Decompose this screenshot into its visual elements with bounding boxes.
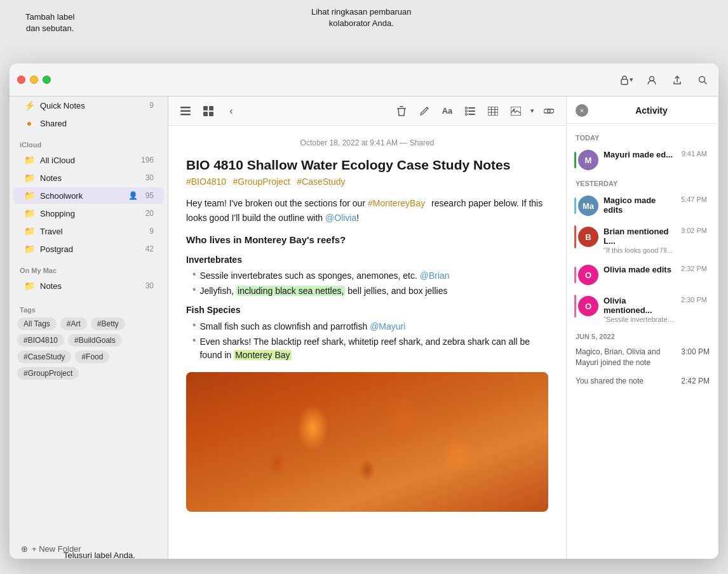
annotation-top-center: Lihat ringkasan pembaruan kolaborator An… (311, 6, 412, 29)
grid-view-button[interactable] (200, 103, 217, 119)
sidebar-item-schoolwork[interactable]: 📁 Schoolwork 👤 95 (13, 187, 164, 204)
activity-time: 2:32 PM (681, 265, 707, 272)
activity-bar (574, 225, 576, 248)
activity-item-olivia-edits[interactable]: O Olivia made edits 2:32 PM (570, 260, 715, 290)
app-window: ▾ (10, 63, 718, 559)
svg-point-12 (466, 107, 468, 109)
sidebar-item-shopping[interactable]: 📁 Shopping 20 (13, 205, 164, 222)
activity-item-magico[interactable]: Ma Magico made edits 5:47 PM (570, 190, 715, 221)
compose-button[interactable] (416, 103, 433, 119)
icloud-section-label: iCloud (10, 132, 168, 151)
joined-text: Magico, Brian, Olivia and Mayuri joined … (576, 347, 676, 368)
search-icon[interactable] (694, 72, 711, 88)
yesterday-label: YESTERDAY (567, 176, 718, 190)
sidebar-item-count: 42 (145, 244, 154, 253)
app-body: ⚡ Quick Notes 9 ● Shared iCloud 📁 All iC… (10, 97, 718, 559)
folder-icon: 📁 (24, 155, 35, 165)
activity-close-button[interactable]: × (576, 104, 588, 117)
bullet-star-icon: * (192, 284, 196, 298)
sidebar-item-notes-mac[interactable]: 📁 Notes 30 (13, 277, 164, 294)
olivia-avatar-2: O (578, 296, 598, 316)
bullet-text: Small fish such as clownfish and parrotf… (199, 320, 405, 333)
sidebar-item-notes-icloud[interactable]: 📁 Notes 30 (13, 170, 164, 186)
tag-chip-food[interactable]: #Food (75, 350, 109, 363)
back-button[interactable]: ‹ (223, 103, 239, 119)
sidebar-item-postgrad[interactable]: 📁 Postgrad 42 (13, 241, 164, 257)
font-button[interactable]: Aa (439, 103, 455, 119)
activity-item-olivia-mention[interactable]: O Olivia mentioned... "Sessile invertebr… (570, 291, 715, 328)
bullet-star-icon: * (192, 320, 196, 333)
activity-time: 3:02 PM (681, 227, 707, 234)
tag-chip-groupproject[interactable]: #GroupProject (17, 367, 79, 380)
image-button[interactable] (508, 103, 524, 119)
svg-rect-0 (621, 79, 628, 84)
sidebar-item-all-icloud[interactable]: 📁 All iCloud 196 (13, 152, 164, 168)
main-content: ‹ Aa (168, 97, 566, 559)
today-label: TODAY (567, 130, 718, 144)
tag-groupproject[interactable]: #GroupProject (233, 177, 290, 187)
subsection-invertebrates: Invertebrates (186, 253, 548, 267)
maximize-button[interactable] (43, 76, 51, 84)
bullet-text: Even sharks! The blacktip reef shark, wh… (199, 335, 548, 362)
tag-chip-casestudy[interactable]: #CaseStudy (17, 350, 71, 363)
bullet-item: * Sessile invertebrates such as sponges,… (186, 269, 548, 283)
note-tags: #BIO4810 #GroupProject #CaseStudy (186, 176, 548, 187)
activity-subtext: "Sessile invertebrates... (603, 316, 676, 323)
olivia-avatar: O (578, 265, 598, 285)
note-title: BIO 4810 Shallow Water Ecology Case Stud… (186, 156, 548, 173)
tag-chip-all-tags[interactable]: All Tags (17, 317, 57, 330)
magico-avatar: Ma (578, 196, 598, 216)
sidebar: ⚡ Quick Notes 9 ● Shared iCloud 📁 All iC… (10, 97, 168, 559)
tag-bio4810[interactable]: #BIO4810 (186, 177, 226, 187)
bullet-item: * Jellyfish, including black sea nettles… (186, 284, 548, 298)
activity-shared-text: You shared the note 2:42 PM (567, 372, 718, 390)
activity-name: Olivia mentioned... (603, 296, 676, 315)
mayuri-avatar: M (578, 150, 598, 170)
svg-point-14 (466, 110, 468, 112)
tag-casestudy[interactable]: #CaseStudy (297, 177, 345, 187)
activity-content: Magico made edits (603, 196, 676, 215)
sidebar-item-label: Shared (40, 119, 154, 128)
sidebar-item-label: Travel (40, 227, 144, 236)
collaborator-icon[interactable] (644, 72, 660, 88)
monterey-bay-tag[interactable]: #MontereyBay (368, 198, 425, 208)
checklist-button[interactable] (462, 103, 478, 119)
tag-chip-buildgoals[interactable]: #BuildGoals (68, 334, 122, 347)
activity-title: Activity (593, 105, 710, 116)
activity-content: Olivia made edits (603, 265, 676, 274)
sidebar-item-travel[interactable]: 📁 Travel 9 (13, 223, 164, 239)
tags-section: Tags All Tags #Art #Betty #BIO4810 #Buil… (10, 295, 168, 386)
activity-time: 5:47 PM (681, 196, 707, 203)
svg-rect-5 (180, 114, 191, 116)
sidebar-item-quick-notes[interactable]: ⚡ Quick Notes 9 (13, 97, 164, 114)
bullet-text: Jellyfish, including black sea nettles, … (199, 284, 447, 298)
on-my-mac-section-label: On My Mac (10, 258, 168, 277)
activity-item-mayuri-today[interactable]: M Mayuri made ed... 9:41 AM (570, 145, 715, 175)
brian-avatar: B (578, 227, 598, 247)
activity-name: Magico made edits (603, 196, 676, 215)
sidebar-item-count: 95 (145, 191, 154, 200)
quick-notes-icon: ⚡ (24, 100, 35, 110)
lock-icon[interactable]: ▾ (618, 72, 635, 88)
sidebar-item-count: 20 (145, 209, 154, 218)
tag-chip-bio4810[interactable]: #BIO4810 (17, 334, 64, 347)
minimize-button[interactable] (30, 76, 38, 84)
table-button[interactable] (485, 103, 501, 119)
activity-bar (574, 197, 576, 214)
annotation-top-left: Tambah label dan sebutan. (25, 11, 74, 34)
close-button[interactable] (17, 76, 25, 84)
tag-chip-betty[interactable]: #Betty (91, 317, 125, 330)
sidebar-item-shared[interactable]: ● Shared (13, 115, 164, 131)
list-view-button[interactable] (177, 103, 194, 119)
svg-rect-4 (180, 110, 191, 112)
link-button[interactable] (541, 103, 557, 119)
traffic-lights (17, 76, 51, 84)
trash-button[interactable] (393, 103, 410, 119)
sidebar-item-count: 30 (145, 281, 154, 290)
activity-item-brian[interactable]: B Brian mentioned L... "If this looks go… (570, 222, 715, 259)
svg-rect-18 (488, 107, 498, 116)
tag-chip-art[interactable]: #Art (60, 317, 87, 330)
share-icon[interactable] (669, 72, 685, 88)
sidebar-item-label: Schoolwork (40, 191, 123, 201)
tags-section-label: Tags (17, 301, 160, 317)
